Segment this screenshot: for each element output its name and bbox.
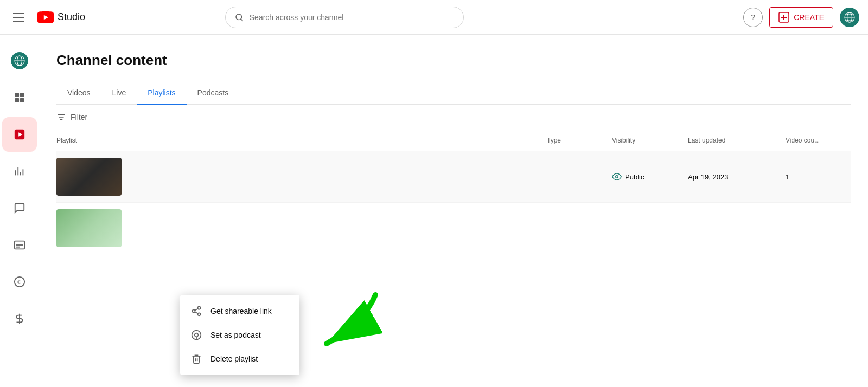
studio-label: Studio	[58, 11, 85, 23]
col-video-count: Video cou...	[786, 137, 851, 144]
table-header: Playlist Type Visibility Last updated Vi…	[56, 130, 851, 151]
sidebar-item-channel[interactable]	[2, 43, 37, 78]
sidebar-channel-avatar	[11, 52, 28, 69]
copyright-icon: ©	[14, 276, 25, 288]
svg-line-1	[241, 19, 242, 21]
page-title: Channel content	[56, 52, 851, 69]
svg-point-40	[195, 333, 199, 337]
col-type: Type	[547, 137, 612, 144]
table-row: Public Apr 19, 2023 1	[56, 151, 851, 203]
sidebar-item-copyright[interactable]: ©	[2, 265, 37, 299]
svg-point-37	[198, 313, 201, 315]
dashboard-icon	[14, 92, 25, 104]
svg-point-0	[236, 14, 242, 20]
search-bar[interactable]	[225, 7, 464, 28]
create-icon	[778, 12, 789, 23]
svg-line-38	[195, 312, 198, 313]
thumbnail-inner-1	[56, 158, 122, 196]
video-count-cell-1: 1	[786, 173, 851, 181]
svg-text:©: ©	[17, 280, 21, 285]
col-playlist: Playlist	[56, 137, 547, 144]
analytics-icon	[14, 165, 25, 177]
sidebar-item-monetization[interactable]	[2, 301, 37, 336]
tab-podcasts[interactable]: Podcasts	[187, 82, 240, 105]
create-button[interactable]: CREATE	[769, 7, 833, 28]
svg-line-39	[195, 308, 198, 310]
sidebar: ©	[0, 35, 39, 387]
svg-rect-18	[20, 98, 23, 102]
playlist-cell-1	[56, 158, 547, 196]
thumbnail-inner-2	[56, 209, 122, 247]
logo[interactable]: Studio	[37, 11, 85, 23]
avatar-icon	[843, 11, 856, 24]
visibility-cell-1: Public	[612, 172, 688, 182]
tab-live[interactable]: Live	[101, 82, 137, 105]
monetization-icon	[14, 313, 25, 325]
layout: © Channel content Videos Live Playlists …	[0, 35, 868, 387]
context-menu-item-delete-playlist[interactable]: Delete playlist	[180, 347, 299, 371]
svg-point-36	[193, 310, 195, 313]
last-updated-cell-1: Apr 19, 2023	[688, 173, 786, 181]
col-visibility: Visibility	[612, 137, 688, 144]
search-icon	[234, 12, 244, 22]
eye-icon	[612, 172, 622, 182]
content-icon	[14, 128, 25, 140]
context-menu: Get shareable link Set as podcast	[180, 295, 299, 375]
context-menu-item-shareable-link[interactable]: Get shareable link	[180, 299, 299, 323]
search-input[interactable]	[250, 13, 455, 22]
sidebar-item-comments[interactable]	[2, 191, 37, 225]
avatar[interactable]	[840, 8, 859, 27]
create-label: CREATE	[794, 13, 824, 22]
filter-label: Filter	[71, 113, 87, 121]
svg-point-35	[198, 307, 201, 309]
main-content: Channel content Videos Live Playlists Po…	[39, 35, 868, 387]
sidebar-item-dashboard[interactable]	[2, 80, 37, 115]
table-row	[56, 203, 851, 254]
hamburger-menu[interactable]	[9, 9, 28, 26]
tab-videos[interactable]: Videos	[56, 82, 101, 105]
trash-icon	[191, 353, 202, 364]
svg-rect-17	[15, 98, 18, 102]
podcast-icon	[191, 330, 202, 340]
svg-rect-15	[15, 93, 18, 97]
svg-rect-16	[20, 93, 23, 97]
tab-playlists[interactable]: Playlists	[137, 82, 186, 105]
filter-icon	[56, 112, 66, 122]
header: Studio ? CREATE	[0, 0, 868, 35]
thumbnail-1	[56, 158, 122, 196]
sidebar-item-analytics[interactable]	[2, 154, 37, 189]
share-icon	[191, 306, 202, 317]
playlist-cell-2	[56, 209, 547, 247]
context-menu-item-set-podcast[interactable]: Set as podcast	[180, 323, 299, 347]
subtitles-icon	[14, 239, 25, 251]
svg-point-34	[616, 176, 618, 178]
green-arrow	[299, 289, 386, 357]
thumbnail-2	[56, 209, 122, 247]
sidebar-item-subtitles[interactable]	[2, 228, 37, 262]
delete-playlist-label: Delete playlist	[210, 354, 258, 363]
col-last-updated: Last updated	[688, 137, 786, 144]
visibility-label-1: Public	[625, 173, 644, 181]
tabs: Videos Live Playlists Podcasts	[56, 82, 851, 105]
sidebar-item-content[interactable]	[2, 117, 37, 152]
help-button[interactable]: ?	[743, 8, 763, 27]
comments-icon	[14, 202, 25, 214]
shareable-link-label: Get shareable link	[210, 307, 272, 315]
set-podcast-label: Set as podcast	[210, 331, 261, 339]
youtube-icon	[37, 11, 54, 23]
filter-bar[interactable]: Filter	[56, 105, 851, 130]
